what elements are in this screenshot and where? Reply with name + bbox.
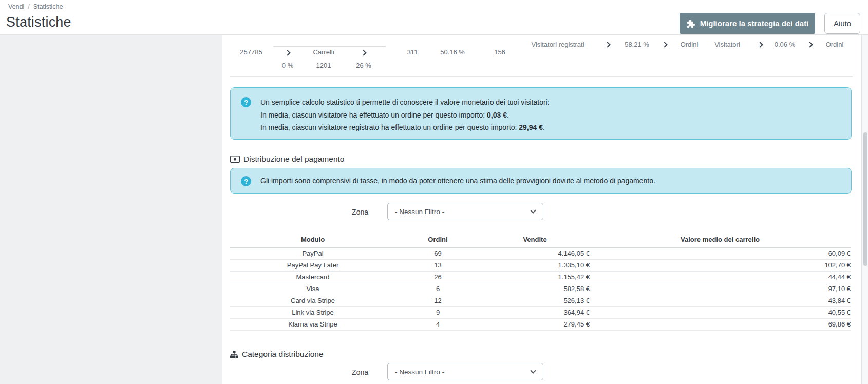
avg-cart-cell: 102,70 € [590, 259, 851, 271]
table-row: Klarna via Stripe 4 279,45 € 69,86 € [230, 318, 851, 330]
info-line-2: In media, ciascun visitatore ha effettua… [260, 109, 550, 122]
payment-zone-select[interactable]: - Nessun Filtro - [387, 203, 543, 220]
vertical-scrollbar[interactable] [862, 35, 868, 384]
funnel-orders-label-2: Ordini [826, 41, 844, 48]
breadcrumb-item-statistiche[interactable]: Statistiche [33, 3, 63, 10]
table-row: Link via Stripe 9 364,94 € 40,55 € [230, 306, 851, 318]
payment-table-body: PayPal 69 4.146,05 € 60,09 € PayPal Pay … [230, 247, 851, 330]
breadcrumb-item-vendi[interactable]: Vendi [8, 3, 24, 10]
improve-data-strategy-button[interactable]: Migliorare la strategia dei dati [680, 13, 815, 34]
funnel-visitor-conversion-rate: 0.06 % [775, 41, 795, 48]
table-row: Visa 6 582,58 € 97,10 € [230, 283, 851, 295]
funnel-carts-box-border [273, 46, 386, 47]
avg-cart-cell: 69,86 € [590, 318, 851, 330]
funnel-registered-conversion-rate: 58.21 % [625, 41, 649, 48]
visitor-value-info-box: ? Un semplice calcolo statistico ti perm… [230, 87, 852, 140]
orders-cell: 9 [395, 306, 480, 318]
avg-cart-cell: 40,55 € [590, 306, 851, 318]
tax-info-box: ? Gli importi sono comprensivi di tasse,… [230, 168, 852, 194]
scrollbar-thumb[interactable] [863, 132, 867, 266]
sales-cell: 364,94 € [480, 306, 590, 318]
sitemap-icon [230, 351, 238, 358]
funnel-carts-count: 1201 [316, 62, 331, 69]
chevron-right-icon [757, 42, 763, 47]
funnel-visitors-count: 257785 [240, 48, 262, 56]
table-row: Card via Stripe 12 526,13 € 43,84 € [230, 295, 851, 306]
breadcrumb: Vendi/Statistiche [8, 3, 63, 10]
payment-table-header-row: Modulo Ordini Vendite Valore medio del c… [230, 232, 851, 247]
module-cell: PayPal Pay Later [230, 259, 395, 271]
table-row: Mastercard 26 1.155,42 € 44,44 € [230, 271, 851, 283]
sales-cell: 526,13 € [480, 295, 590, 306]
improve-button-label: Migliorare la strategia dei dati [700, 19, 809, 28]
module-cell: Klarna via Stripe [230, 318, 395, 330]
orders-cell: 26 [395, 271, 480, 283]
chevron-right-icon [662, 42, 667, 47]
payment-distribution-heading: Distribuzione del pagamento [230, 154, 344, 164]
funnel-orders-count: 311 [407, 48, 418, 56]
module-cell: Mastercard [230, 271, 395, 283]
table-row: PayPal Pay Later 13 1.335,10 € 102,70 € [230, 259, 851, 271]
tax-info-text: Gli importi sono comprensivi di tasse, i… [260, 168, 655, 193]
help-button[interactable]: Aiuto [824, 13, 860, 34]
banknote-icon [230, 156, 240, 163]
orders-cell: 12 [395, 295, 480, 306]
column-header-avg-cart: Valore medio del carrello [590, 232, 851, 247]
column-header-module: Modulo [230, 232, 395, 247]
section-divider [230, 76, 853, 77]
funnel-visitors-to-carts-rate: 0 % [282, 62, 293, 69]
orders-cell: 13 [395, 259, 480, 271]
sales-cell: 582,58 € [480, 283, 590, 295]
breadcrumb-separator: / [28, 3, 29, 10]
payment-table: Modulo Ordini Vendite Valore medio del c… [230, 232, 851, 331]
question-circle-icon: ? [241, 97, 251, 107]
funnel-visitors-label: Visitatori [714, 41, 740, 48]
column-header-orders: Ordini [395, 232, 480, 247]
sales-cell: 1.155,42 € [480, 271, 590, 283]
content-panel: 257785 0 % Carrelli 1201 26 % 311 50.16 … [222, 35, 862, 384]
statistics-page: Vendi/Statistiche Statistiche Migliorare… [0, 0, 868, 384]
column-header-sales: Vendite [480, 232, 590, 247]
funnel-valid-orders-rate: 50.16 % [440, 48, 465, 56]
orders-cell: 6 [395, 283, 480, 295]
category-distribution-heading: Categoria distribuzione [230, 349, 324, 359]
funnel-carts-label: Carrelli [313, 48, 334, 56]
question-circle-icon: ? [241, 176, 251, 186]
chevron-right-icon [361, 50, 366, 55]
payment-section-title: Distribuzione del pagamento [243, 155, 344, 164]
chevron-right-icon [807, 42, 813, 47]
avg-cart-cell: 43,84 € [590, 295, 851, 306]
puzzle-icon [686, 19, 695, 28]
page-header: Vendi/Statistiche Statistiche Migliorare… [0, 0, 868, 35]
avg-cart-cell: 97,10 € [590, 283, 851, 295]
funnel-registered-visitors-label: Visitatori registrati [531, 41, 584, 48]
module-cell: Link via Stripe [230, 306, 395, 318]
funnel-registered-orders-count: 156 [494, 48, 505, 56]
sales-cell: 1.335,10 € [480, 259, 590, 271]
avg-cart-cell: 60,09 € [590, 247, 851, 259]
module-cell: PayPal [230, 247, 395, 259]
info-line-3: In media, ciascun visitatore registrato … [260, 121, 550, 134]
category-section-title: Categoria distribuzione [242, 350, 324, 359]
zone-filter-label: Zona [307, 368, 368, 376]
orders-cell: 4 [395, 318, 480, 330]
info-line-1: Un semplice calcolo statistico ti permet… [260, 96, 550, 109]
category-zone-select[interactable]: - Nessun Filtro - [387, 363, 543, 380]
registered-visitor-order-value: 29,94 € [519, 123, 543, 131]
orders-cell: 69 [395, 247, 480, 259]
sales-cell: 4.146,05 € [480, 247, 590, 259]
table-row: PayPal 69 4.146,05 € 60,09 € [230, 247, 851, 259]
visitor-order-value: 0,03 € [487, 111, 507, 119]
visitor-value-info-text: Un semplice calcolo statistico ti permet… [260, 96, 550, 134]
chevron-right-icon [605, 42, 610, 47]
page-title: Statistiche [6, 14, 71, 30]
chevron-right-icon [285, 50, 290, 55]
avg-cart-cell: 44,44 € [590, 271, 851, 283]
module-cell: Visa [230, 283, 395, 295]
funnel-orders-label-1: Ordini [681, 41, 699, 48]
payment-table-head: Modulo Ordini Vendite Valore medio del c… [230, 232, 851, 247]
module-cell: Card via Stripe [230, 295, 395, 306]
zone-filter-label: Zona [307, 208, 368, 216]
sales-cell: 279,45 € [480, 318, 590, 330]
funnel-carts-to-orders-rate: 26 % [356, 62, 371, 69]
